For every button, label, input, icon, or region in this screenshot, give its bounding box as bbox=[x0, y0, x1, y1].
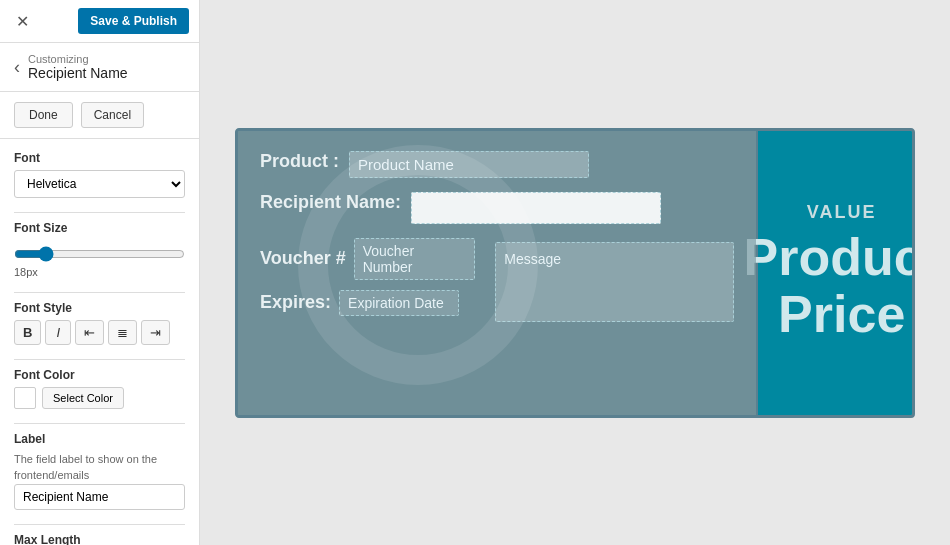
font-size-value: 18px bbox=[14, 266, 185, 278]
back-arrow-icon[interactable]: ‹ bbox=[14, 57, 20, 78]
font-section-label: Font bbox=[14, 151, 185, 165]
font-style-buttons: B I ⇤ ≣ ⇥ bbox=[14, 320, 185, 345]
align-center-button[interactable]: ≣ bbox=[108, 320, 137, 345]
customizing-section: ‹ Customizing Recipient Name bbox=[0, 43, 199, 92]
font-color-group: Font Color Select Color bbox=[14, 368, 185, 409]
recipient-label: Recipient Name: bbox=[260, 192, 401, 213]
voucher-bottom-row: Voucher # Voucher Number Expires: Expira… bbox=[260, 238, 734, 322]
action-buttons: Done Cancel bbox=[0, 92, 199, 139]
voucher-main: Product : Product Name Recipient Name: V… bbox=[238, 131, 756, 415]
top-bar: ✕ Save & Publish bbox=[0, 0, 199, 43]
recipient-row: Recipient Name: bbox=[260, 192, 734, 224]
expires-label: Expires: bbox=[260, 292, 331, 313]
font-group: Font Helvetica Arial Georgia Times New R… bbox=[14, 151, 185, 198]
label-input[interactable] bbox=[14, 484, 185, 510]
font-select[interactable]: Helvetica Arial Georgia Times New Roman … bbox=[14, 170, 185, 198]
label-description: The field label to show on the frontend/… bbox=[14, 453, 157, 481]
voucher-number-section: Voucher # Voucher Number bbox=[260, 238, 475, 280]
font-size-group: Font Size 18px bbox=[14, 221, 185, 278]
cancel-button[interactable]: Cancel bbox=[81, 102, 144, 128]
price-text: Product Price bbox=[743, 229, 915, 343]
product-name-value: Product Name bbox=[349, 151, 589, 178]
label-section-label: Label bbox=[14, 432, 185, 446]
voucher-number-value: Voucher Number bbox=[354, 238, 476, 280]
align-right-button[interactable]: ⇥ bbox=[141, 320, 170, 345]
voucher-card: Product : Product Name Recipient Name: V… bbox=[235, 128, 915, 418]
left-panel: ✕ Save & Publish ‹ Customizing Recipient… bbox=[0, 0, 200, 545]
max-length-label: Max Length bbox=[14, 533, 185, 545]
save-publish-button[interactable]: Save & Publish bbox=[78, 8, 189, 34]
select-color-button[interactable]: Select Color bbox=[42, 387, 124, 409]
price-line1: Product bbox=[743, 229, 915, 286]
done-button[interactable]: Done bbox=[14, 102, 73, 128]
color-swatch bbox=[14, 387, 36, 409]
label-group: Label The field label to show on the fro… bbox=[14, 432, 185, 510]
customizing-label: Customizing bbox=[28, 53, 128, 65]
voucher-side: VALUE Product Price bbox=[756, 131, 915, 415]
max-length-group: Max Length The maximum number of charact… bbox=[14, 533, 185, 545]
align-left-button[interactable]: ⇤ bbox=[75, 320, 104, 345]
product-label: Product : bbox=[260, 151, 339, 172]
product-row: Product : Product Name bbox=[260, 151, 734, 178]
voucher-number-label: Voucher # bbox=[260, 248, 346, 269]
font-style-label: Font Style bbox=[14, 301, 185, 315]
font-size-label: Font Size bbox=[14, 221, 185, 235]
font-size-slider[interactable] bbox=[14, 246, 185, 262]
italic-button[interactable]: I bbox=[45, 320, 71, 345]
recipient-input-box[interactable] bbox=[411, 192, 661, 224]
message-box: Message bbox=[495, 242, 733, 322]
voucher-expires-section: Expires: Expiration Date bbox=[260, 290, 475, 316]
value-label: VALUE bbox=[807, 202, 877, 223]
bold-button[interactable]: B bbox=[14, 320, 41, 345]
color-btn-wrap: Select Color bbox=[14, 387, 185, 409]
close-button[interactable]: ✕ bbox=[10, 10, 35, 33]
right-panel: Product : Product Name Recipient Name: V… bbox=[200, 0, 950, 545]
panel-content: Font Helvetica Arial Georgia Times New R… bbox=[0, 139, 199, 545]
expiration-value: Expiration Date bbox=[339, 290, 459, 316]
font-style-group: Font Style B I ⇤ ≣ ⇥ bbox=[14, 301, 185, 345]
customizing-name: Recipient Name bbox=[28, 65, 128, 81]
font-color-label: Font Color bbox=[14, 368, 185, 382]
price-line2: Price bbox=[743, 286, 915, 343]
